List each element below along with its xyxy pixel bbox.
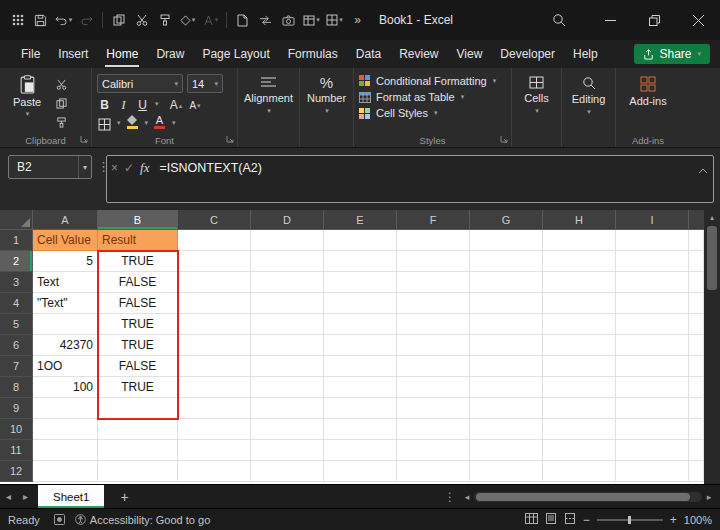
row-header-9[interactable]: 9 <box>0 398 33 419</box>
row-header-4[interactable]: 4 <box>0 293 33 314</box>
cell-B3[interactable]: FALSE <box>98 272 178 293</box>
cell-D4[interactable] <box>251 293 324 314</box>
bold-button[interactable]: B <box>97 96 112 112</box>
tab-review[interactable]: Review <box>390 41 447 67</box>
tab-formulas[interactable]: Formulas <box>279 41 347 67</box>
cell-D12[interactable] <box>251 461 324 482</box>
cell-F11[interactable] <box>397 440 470 461</box>
clipboard-dialog-launcher-icon[interactable] <box>80 133 88 145</box>
zoom-slider[interactable] <box>597 519 663 521</box>
cell-I7[interactable] <box>616 356 689 377</box>
cell-G12[interactable] <box>470 461 543 482</box>
minimize-button[interactable] <box>588 0 632 40</box>
page-break-view-icon[interactable] <box>564 513 576 526</box>
cell-I9[interactable] <box>616 398 689 419</box>
italic-button[interactable]: I <box>116 96 131 112</box>
cell-E10[interactable] <box>324 419 397 440</box>
font-dialog-launcher-icon[interactable] <box>226 133 234 145</box>
cell-B4[interactable]: FALSE <box>98 293 178 314</box>
cell-A10[interactable] <box>33 419 98 440</box>
cell-C8[interactable] <box>178 377 251 398</box>
name-box[interactable]: B2 ▾ <box>8 155 92 179</box>
cell-A4[interactable]: "Text" <box>33 293 98 314</box>
cell-F5[interactable] <box>397 314 470 335</box>
cell-E6[interactable] <box>324 335 397 356</box>
cell-C4[interactable] <box>178 293 251 314</box>
borders-icon[interactable]: ▾ <box>323 7 346 33</box>
col-header-D[interactable]: D <box>251 210 324 230</box>
cell-H12[interactable] <box>543 461 616 482</box>
cell-H9[interactable] <box>543 398 616 419</box>
vertical-scrollbar-thumb[interactable] <box>707 226 717 290</box>
scroll-left-icon[interactable]: ◂ <box>460 492 474 502</box>
cell-B12[interactable] <box>98 461 178 482</box>
alignment-button[interactable]: Alignment ▾ <box>243 72 294 115</box>
cell-G1[interactable] <box>470 230 543 251</box>
cell-C10[interactable] <box>178 419 251 440</box>
col-header-C[interactable]: C <box>178 210 251 230</box>
cell-E7[interactable] <box>324 356 397 377</box>
cell-H8[interactable] <box>543 377 616 398</box>
cell-D11[interactable] <box>251 440 324 461</box>
restore-button[interactable] <box>632 0 676 40</box>
cell-G10[interactable] <box>470 419 543 440</box>
cell-B10[interactable] <box>98 419 178 440</box>
cell-G9[interactable] <box>470 398 543 419</box>
addins-button[interactable]: Add-ins <box>621 72 675 107</box>
cell-I2[interactable] <box>616 251 689 272</box>
cell-A12[interactable] <box>33 461 98 482</box>
cell-C12[interactable] <box>178 461 251 482</box>
cell-G5[interactable] <box>470 314 543 335</box>
cell-A6[interactable]: 42370 <box>33 335 98 356</box>
cell-C6[interactable] <box>178 335 251 356</box>
cell-A8[interactable]: 100 <box>33 377 98 398</box>
row-header-3[interactable]: 3 <box>0 272 33 293</box>
cell-I8[interactable] <box>616 377 689 398</box>
tab-page-layout[interactable]: Page Layout <box>193 41 278 67</box>
cell-H11[interactable] <box>543 440 616 461</box>
add-sheet-button[interactable]: + <box>120 489 128 505</box>
col-header-I[interactable]: I <box>616 210 689 230</box>
col-header-B[interactable]: B <box>98 210 178 230</box>
cell-E12[interactable] <box>324 461 397 482</box>
col-header-G[interactable]: G <box>470 210 543 230</box>
cell-H7[interactable] <box>543 356 616 377</box>
row-header-8[interactable]: 8 <box>0 377 33 398</box>
zoom-out-icon[interactable]: − <box>583 513 590 527</box>
cell-A1[interactable]: Cell Value <box>33 230 98 251</box>
cell-B9[interactable] <box>98 398 178 419</box>
horizontal-scrollbar-track[interactable] <box>474 492 702 502</box>
tab-insert[interactable]: Insert <box>49 41 97 67</box>
number-button[interactable]: % Number ▾ <box>305 72 348 115</box>
cell-E5[interactable] <box>324 314 397 335</box>
cell-C1[interactable] <box>178 230 251 251</box>
cell-B2[interactable]: TRUE <box>98 251 178 272</box>
format-as-table-button[interactable]: Format as Table ▾ <box>359 91 496 103</box>
col-header-F[interactable]: F <box>397 210 470 230</box>
cell-I10[interactable] <box>616 419 689 440</box>
cell-F9[interactable] <box>397 398 470 419</box>
cell-C2[interactable] <box>178 251 251 272</box>
cell-F2[interactable] <box>397 251 470 272</box>
collapse-formula-bar-icon[interactable] <box>698 160 708 178</box>
row-header-6[interactable]: 6 <box>0 335 33 356</box>
cell-H6[interactable] <box>543 335 616 356</box>
camera-icon[interactable] <box>277 7 300 33</box>
cell-G7[interactable] <box>470 356 543 377</box>
cell-D1[interactable] <box>251 230 324 251</box>
cell-F8[interactable] <box>397 377 470 398</box>
cell-C11[interactable] <box>178 440 251 461</box>
row-header-12[interactable]: 12 <box>0 461 33 482</box>
app-launcher-icon[interactable] <box>6 7 29 33</box>
zoom-level[interactable]: 100% <box>684 514 712 526</box>
row-header-10[interactable]: 10 <box>0 419 33 440</box>
cell-F3[interactable] <box>397 272 470 293</box>
macro-record-icon[interactable] <box>54 514 65 525</box>
cell-F7[interactable] <box>397 356 470 377</box>
vertical-scrollbar[interactable]: ▴ <box>704 210 720 484</box>
cell-A5[interactable] <box>33 314 98 335</box>
cell-D3[interactable] <box>251 272 324 293</box>
format-painter-icon[interactable] <box>153 7 176 33</box>
cell-H2[interactable] <box>543 251 616 272</box>
tab-help[interactable]: Help <box>564 41 607 67</box>
